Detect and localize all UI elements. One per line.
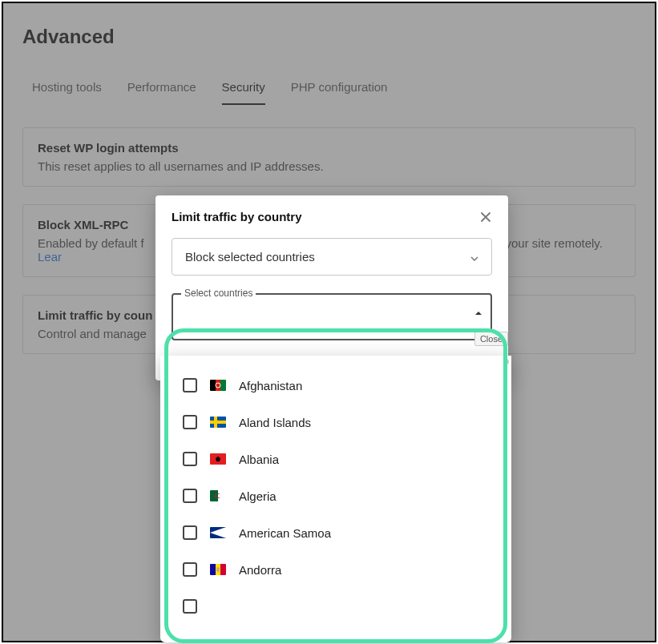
close-icon[interactable] xyxy=(479,211,492,223)
card-reset-login: Reset WP login attempts This reset appli… xyxy=(22,127,636,187)
select-countries-legend: Select countries xyxy=(181,288,256,299)
caret-down-icon xyxy=(470,250,478,264)
country-label: Andorra xyxy=(239,563,281,577)
country-label: Afghanistan xyxy=(239,379,302,392)
country-label: Aland Islands xyxy=(239,416,311,429)
page-title: Advanced xyxy=(22,26,636,48)
flag-icon-albania xyxy=(210,453,226,465)
checkbox[interactable] xyxy=(183,599,197,614)
country-option-partial[interactable] xyxy=(183,588,495,614)
country-label: Albania xyxy=(239,453,279,466)
countries-search-input[interactable] xyxy=(183,312,460,327)
country-option-afghanistan[interactable]: Afghanistan xyxy=(183,367,495,404)
checkbox[interactable] xyxy=(183,562,197,577)
close-tooltip: Close xyxy=(474,332,508,346)
flag-icon-american-samoa xyxy=(210,527,226,538)
modal-title: Limit traffic by country xyxy=(172,210,302,223)
flag-icon-andorra xyxy=(210,564,226,575)
tab-php-configuration[interactable]: PHP configuration xyxy=(291,80,388,105)
country-label: American Samoa xyxy=(239,526,331,540)
country-option-aland-islands[interactable]: Aland Islands xyxy=(183,404,495,441)
checkbox[interactable] xyxy=(183,489,197,503)
scrollbar-thumb[interactable] xyxy=(503,359,509,364)
limit-traffic-modal: Limit traffic by country Block selected … xyxy=(155,195,508,380)
tab-security[interactable]: Security xyxy=(222,80,265,105)
country-label: Algeria xyxy=(239,489,277,503)
country-option-algeria[interactable]: Algeria xyxy=(183,477,495,514)
mode-select[interactable]: Block selected countries xyxy=(172,238,492,276)
country-option-american-samoa[interactable]: American Samoa xyxy=(183,514,495,551)
checkbox[interactable] xyxy=(183,452,197,466)
learn-link[interactable]: Lear xyxy=(38,250,62,264)
flag-icon-algeria xyxy=(210,490,226,501)
select-countries-field[interactable]: Select countries Close xyxy=(172,293,492,340)
xmlrpc-desc-left: Enabled by default f xyxy=(38,236,144,250)
caret-up-icon[interactable] xyxy=(474,304,482,319)
countries-dropdown: Afghanistan Aland Islands Albania Algeri… xyxy=(160,356,511,642)
tab-performance[interactable]: Performance xyxy=(127,80,196,105)
tab-hosting-tools[interactable]: Hosting tools xyxy=(32,80,102,105)
country-option-albania[interactable]: Albania xyxy=(183,441,495,477)
flag-icon-afghanistan xyxy=(210,380,226,391)
card-reset-login-desc: This reset applies to all usernames and … xyxy=(38,159,620,173)
xmlrpc-desc-right: g your site remotely. xyxy=(495,236,603,250)
tabs: Hosting tools Performance Security PHP c… xyxy=(22,80,636,105)
checkbox[interactable] xyxy=(183,415,197,429)
flag-icon-aland-islands xyxy=(210,417,226,428)
mode-select-value: Block selected countries xyxy=(185,250,315,264)
checkbox[interactable] xyxy=(183,378,197,392)
country-option-andorra[interactable]: Andorra xyxy=(183,551,495,588)
checkbox[interactable] xyxy=(183,525,197,540)
card-reset-login-title: Reset WP login attempts xyxy=(38,141,620,155)
